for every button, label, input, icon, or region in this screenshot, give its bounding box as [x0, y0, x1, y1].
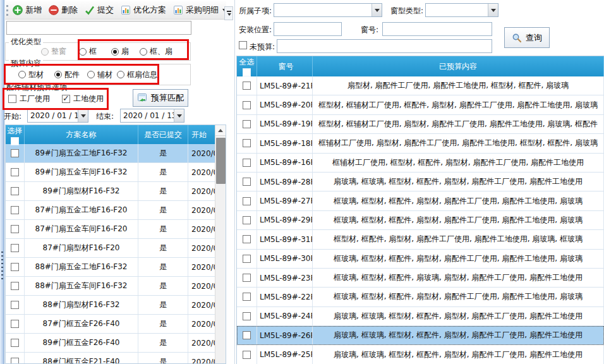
- radio-frame-sash[interactable]: 框、扇: [140, 46, 172, 57]
- budget-row-checkbox[interactable]: [243, 82, 251, 90]
- start-date-picker[interactable]: 2020 / 01 / 1: [27, 109, 88, 123]
- plan-table-row[interactable]: 88#门扇五金车间F16-F32是2020/0: [6, 277, 226, 296]
- plan-table-row[interactable]: 88#门扇型材F16-F32是2020/0: [6, 296, 226, 315]
- budget-table-row[interactable]: LM5L-89#-26F24扇玻璃, 框玻璃, 框型材, 框配件, 扇型材, 扇…: [237, 326, 604, 345]
- budget-row-checkbox[interactable]: [243, 293, 251, 301]
- plan-table-row[interactable]: 88#门扇五金工地F16-F32是2020/0: [6, 258, 226, 277]
- budget-table-row[interactable]: LM5L-89#-30F28框玻璃, 框型材, 框配件, 扇型材, 扇配件工厂使…: [237, 250, 604, 269]
- budget-row-checkbox[interactable]: [243, 351, 251, 359]
- toolbar-overflow-button[interactable]: [224, 6, 233, 20]
- plan-row-checkbox[interactable]: [11, 187, 19, 195]
- toolbar: 新增删除提交优化方案采购明细: [5, 1, 226, 20]
- budget-table-row[interactable]: LM5L-89#-28F26扇玻璃, 框玻璃, 框型材, 框配件, 扇型材, 扇…: [237, 173, 604, 191]
- plan-table-row[interactable]: 87#门框五金F26-F40是2020/0: [6, 315, 226, 334]
- window-no-column-header[interactable]: 窗号: [257, 56, 313, 76]
- plan-row-checkbox[interactable]: [11, 244, 19, 252]
- plan-submitted-cell: 是: [138, 201, 188, 219]
- budget-table-row[interactable]: LM5L-89#-24F22扇玻璃, 框玻璃, 框型材, 框配件, 扇型材, 扇…: [237, 307, 604, 326]
- radio-profile[interactable]: 型材: [18, 70, 44, 80]
- radio-frame[interactable]: 框: [79, 46, 97, 57]
- plan-table-row[interactable]: 87#门扇五金工地F16-F20是2020/0: [6, 201, 226, 220]
- budget-row-select-cell: [237, 288, 257, 306]
- plan-row-checkbox[interactable]: [11, 282, 19, 290]
- scroll-up-button[interactable]: [215, 125, 226, 136]
- checkbox-factory-use[interactable]: 工厂使用: [8, 94, 50, 104]
- plan-row-checkbox[interactable]: [11, 339, 19, 347]
- plan-row-checkbox[interactable]: [11, 206, 19, 214]
- budget-table-row[interactable]: LM5L-89#-16F15框辅材工厂使用, 框型材, 框配件, 扇型材, 扇配…: [237, 154, 604, 173]
- budget-table-row[interactable]: LM5L-89#-22F20框玻璃, 框型材, 框配件, 扇型材, 扇配件工厂使…: [237, 288, 604, 306]
- sub-item-dropdown-button[interactable]: [371, 4, 382, 16]
- window-type-select[interactable]: [425, 3, 498, 17]
- budget-table-row[interactable]: LM5L-89#-25F23扇玻璃, 框玻璃, 框型材, 框配件, 扇型材, 扇…: [237, 345, 604, 364]
- plan-table-row[interactable]: 88#门框五金F21-F40是2020/0: [6, 353, 226, 364]
- query-button[interactable]: 查询: [504, 27, 550, 48]
- plan-name-column-header[interactable]: 方案名称: [25, 125, 138, 144]
- purchase-detail-button[interactable]: 采购明细: [173, 4, 226, 16]
- plan-row-select-cell: [6, 258, 25, 276]
- plan-row-select-cell: [6, 201, 25, 219]
- budget-table-row[interactable]: LM5L-89#-18F16框辅材工厂使用, 扇型材, 扇配件工厂使用, 扇配件…: [237, 134, 604, 153]
- budget-row-checkbox[interactable]: [243, 139, 251, 147]
- budget-table-row[interactable]: LM5L-89#-19F17框型材, 框辅材工厂使用, 扇型材, 扇配件工厂使用…: [237, 115, 604, 134]
- plan-table-row[interactable]: 87#门扇型材F16-F20是2020/0: [6, 239, 226, 258]
- radio-sash[interactable]: 扇: [111, 46, 129, 57]
- budget-match-button[interactable]: 预算匹配: [133, 89, 188, 107]
- budget-row-checkbox[interactable]: [243, 178, 251, 186]
- budget-row-checkbox[interactable]: [243, 159, 251, 167]
- window-no-input[interactable]: [382, 22, 492, 36]
- end-date-dropdown-button[interactable]: [174, 109, 184, 122]
- plan-table-row[interactable]: 89#门扇型材F16-F32是2020/0: [6, 182, 226, 201]
- budget-row-checkbox[interactable]: [243, 331, 251, 339]
- submitted-column-header[interactable]: 是否已提交: [138, 125, 188, 144]
- select-all-windows-checkbox[interactable]: [243, 68, 251, 76]
- plan-table-row[interactable]: 89#门框五金F26-F40是2020/0: [6, 334, 226, 353]
- no-budget-checkbox[interactable]: [239, 41, 247, 49]
- budget-row-checkbox[interactable]: [243, 274, 251, 282]
- plan-table-row[interactable]: 87#门扇五金车间F16-F20是2020/0: [6, 220, 226, 239]
- budget-table-row[interactable]: LM5L-89#-23F21框玻璃, 框型材, 框配件, 扇玻璃, 扇型材, 扇…: [237, 269, 604, 288]
- end-date-picker[interactable]: 2020 / 01 / 13: [120, 109, 184, 123]
- budget-row-checkbox[interactable]: [243, 101, 251, 109]
- collapsed-splitter[interactable]: [0, 0, 4, 364]
- plan-row-checkbox[interactable]: [11, 225, 19, 233]
- delete-button[interactable]: 删除: [49, 4, 78, 16]
- budgeted-content-column-header[interactable]: 已预算内容: [313, 56, 604, 76]
- budget-table-row[interactable]: LM5L-89#-21F19扇型材, 扇配件工厂使用, 扇配件工地使用, 框型材…: [237, 76, 604, 95]
- radio-frame-sash-info[interactable]: 框扇信息: [117, 70, 157, 80]
- plan-row-checkbox[interactable]: [11, 301, 19, 309]
- start-date-dropdown-button[interactable]: [78, 109, 88, 122]
- budget-row-checkbox[interactable]: [243, 255, 251, 263]
- plan-row-checkbox[interactable]: [11, 168, 19, 176]
- budget-table-row[interactable]: LM5L-89#-31F29框型材, 框配件, 扇型材, 扇配件工厂使用, 扇配…: [237, 230, 604, 249]
- no-budget-input[interactable]: [277, 39, 492, 53]
- window-type-dropdown-button[interactable]: [488, 4, 498, 16]
- install-position-input[interactable]: [274, 22, 342, 36]
- budget-row-checkbox[interactable]: [243, 216, 251, 224]
- radio-auxiliary[interactable]: 辅材: [87, 70, 112, 80]
- budget-row-checkbox[interactable]: [243, 120, 251, 128]
- optimize-plan-button[interactable]: 优化方案: [121, 4, 166, 16]
- toolbar-grip[interactable]: [6, 5, 8, 16]
- budget-table-row[interactable]: LM5L-89#-20F18框型材, 框辅材工厂使用, 框配件, 扇型材, 扇配…: [237, 95, 604, 114]
- scrollbar-thumb[interactable]: [216, 138, 226, 184]
- radio-accessory[interactable]: 配件: [54, 70, 80, 80]
- select-all-plans-checkbox[interactable]: [11, 137, 19, 145]
- budget-row-checkbox[interactable]: [243, 197, 251, 205]
- add-button[interactable]: 新增: [13, 4, 42, 16]
- budget-table-row[interactable]: LM5L-89#-29F27框玻璃, 框型材, 框配件, 扇型材, 扇配件工厂使…: [237, 211, 604, 230]
- plan-table-scrollbar[interactable]: [215, 125, 226, 363]
- sub-item-select[interactable]: [274, 3, 382, 17]
- budget-table-row[interactable]: LM5L-89#-27F25框玻璃, 框型材, 框配件, 扇型材, 扇配件工厂使…: [237, 191, 604, 210]
- plan-row-checkbox[interactable]: [11, 358, 19, 364]
- plan-table-row[interactable]: 89#门扇五金工地F16-F32是2020/0: [6, 144, 226, 163]
- plan-filter-input[interactable]: [6, 21, 191, 35]
- checkbox-site-use[interactable]: 工地使用: [62, 94, 104, 104]
- submit-button[interactable]: 提交: [85, 4, 114, 16]
- plan-row-checkbox[interactable]: [11, 149, 19, 157]
- plan-row-checkbox[interactable]: [11, 320, 19, 328]
- budget-row-checkbox[interactable]: [243, 312, 251, 320]
- plan-table-row[interactable]: 89#门扇五金车间F16-F32是2020/0: [6, 163, 226, 182]
- plan-row-checkbox[interactable]: [11, 263, 19, 271]
- budget-row-checkbox[interactable]: [243, 235, 251, 243]
